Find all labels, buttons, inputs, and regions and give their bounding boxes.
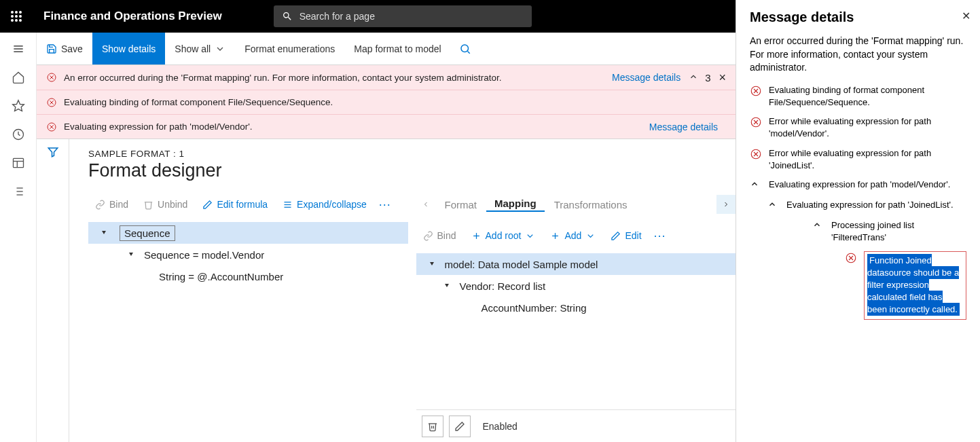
banner-text: Evaluating binding of format component F… (64, 97, 726, 107)
trash-icon (427, 421, 438, 432)
chevron-down-icon (215, 43, 225, 54)
message-details-link[interactable]: Message details (649, 122, 718, 132)
svg-marker-32 (48, 148, 58, 157)
mapping-tree: model: Data model Sample model Vendor: R… (416, 253, 736, 318)
enabled-label: Enabled (483, 421, 518, 432)
show-details-button[interactable]: Show details (92, 33, 165, 65)
link-icon (423, 231, 433, 241)
message-details-pane: ✕ Message details An error occurred duri… (736, 0, 980, 442)
pane-description: An error occurred during the 'Format map… (750, 35, 966, 75)
bind-button: Bind (416, 230, 463, 241)
search-input[interactable]: Search for a page (274, 5, 532, 27)
tree-node[interactable]: AccountNumber: String (416, 297, 736, 318)
edit-button[interactable]: Edit (604, 230, 648, 241)
map-format-button[interactable]: Map format to model (344, 33, 450, 65)
nav-rail (0, 33, 37, 442)
message-item: Error while evaluating expression for pa… (750, 115, 966, 140)
tab-scroll-left[interactable] (416, 195, 435, 214)
message-details-link[interactable]: Message details (612, 72, 680, 83)
filter-icon[interactable] (47, 146, 59, 158)
banner-text: Evaluating expression for path 'model/Ve… (64, 122, 649, 132)
plus-icon (471, 231, 482, 241)
error-banner: An error occurred during the 'Format map… (37, 65, 736, 90)
modules-icon[interactable] (12, 185, 25, 198)
error-icon (46, 72, 57, 83)
message-item[interactable]: Evaluating expression for path 'model/Ve… (750, 179, 966, 192)
chevron-up-icon (750, 179, 759, 189)
tab-mapping[interactable]: Mapping (486, 198, 545, 212)
format-enumerations-button[interactable]: Format enumerations (235, 33, 344, 65)
error-icon (750, 148, 762, 160)
message-item: Function Joined datasource should be a f… (791, 251, 966, 320)
unbind-button: Unbind (137, 199, 194, 210)
error-icon (46, 97, 57, 108)
bind-button: Bind (88, 199, 135, 210)
expand-icon (128, 251, 134, 258)
message-item: Evaluating binding of format component F… (750, 84, 966, 109)
error-banner: Evaluating binding of format component F… (37, 90, 736, 114)
chevron-right-icon (722, 200, 730, 208)
svg-marker-42 (430, 262, 434, 265)
chevron-up-icon (812, 220, 822, 229)
tree-node[interactable]: String = @.AccountNumber (88, 265, 408, 287)
add-root-button[interactable]: Add root (465, 230, 543, 241)
plus-icon (550, 231, 560, 241)
pane-title: Message details (750, 10, 966, 25)
search-icon (459, 43, 471, 55)
svg-marker-36 (102, 231, 106, 234)
find-button[interactable] (451, 33, 479, 65)
save-icon (46, 43, 57, 54)
edit-button[interactable] (449, 416, 471, 437)
chevron-down-icon (525, 231, 535, 241)
pencil-icon (611, 231, 621, 241)
banner-text: An error occurred during the 'Format map… (64, 73, 612, 83)
search-placeholder: Search for a page (300, 11, 375, 22)
delete-button[interactable] (422, 416, 443, 437)
more-actions[interactable]: ··· (650, 229, 670, 243)
format-tree: Sequence Sequence = model.Vendor String … (88, 222, 408, 287)
banner-close[interactable]: × (719, 71, 726, 85)
tab-format[interactable]: Format (437, 199, 486, 210)
tree-node[interactable]: Sequence = model.Vendor (88, 244, 408, 265)
expand-collapse-button[interactable]: Expand/collapse (276, 199, 374, 210)
error-icon (750, 116, 762, 128)
tab-scroll-right[interactable] (716, 195, 736, 214)
tree-node[interactable]: Vendor: Record list (416, 275, 736, 297)
star-icon[interactable] (12, 99, 25, 113)
app-title: Finance and Operations Preview (33, 10, 233, 23)
pencil-icon (454, 421, 465, 432)
svg-point-16 (461, 45, 469, 52)
more-actions[interactable]: ··· (375, 198, 395, 212)
trash-icon (143, 200, 153, 210)
chevron-down-icon (585, 231, 596, 241)
list-icon (283, 200, 293, 210)
message-item[interactable]: Evaluating expression for path 'JoinedLi… (755, 199, 966, 213)
home-icon[interactable] (12, 71, 25, 84)
tree-node[interactable]: Sequence (88, 222, 408, 244)
svg-line-17 (467, 51, 469, 53)
error-icon (750, 85, 762, 97)
chevron-up-icon (689, 72, 698, 81)
error-icon (845, 252, 857, 264)
workspaces-icon[interactable] (12, 156, 25, 170)
breadcrumb: SAMPLE FORMAT : 1 (88, 149, 736, 159)
filter-column (37, 139, 69, 442)
show-all-button[interactable]: Show all (165, 33, 235, 65)
recent-icon[interactable] (12, 128, 25, 141)
app-launcher[interactable] (0, 0, 33, 33)
add-button[interactable]: Add (543, 230, 602, 241)
link-icon (95, 200, 105, 210)
edit-formula-button[interactable]: Edit formula (196, 199, 274, 210)
svg-rect-7 (13, 158, 23, 167)
tab-transformations[interactable]: Transformations (546, 199, 636, 210)
svg-marker-43 (445, 284, 449, 287)
error-icon (46, 122, 57, 132)
save-button[interactable]: Save (37, 33, 92, 65)
hamburger-icon[interactable] (12, 42, 25, 56)
tree-node[interactable]: model: Data model Sample model (416, 253, 736, 275)
bottom-toolbar: Enabled (416, 409, 736, 442)
close-button[interactable]: ✕ (962, 10, 970, 22)
collapse-button[interactable] (689, 72, 698, 84)
chevron-up-icon (767, 200, 777, 209)
message-item[interactable]: Processing joined list 'FilteredTrans' (773, 219, 966, 244)
